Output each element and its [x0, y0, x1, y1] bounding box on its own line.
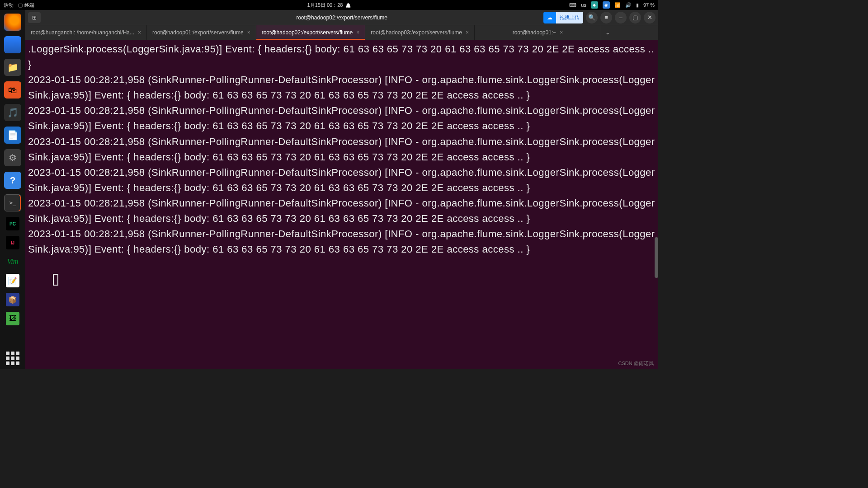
tab-close-icon[interactable]: ×: [356, 29, 359, 36]
wifi-icon[interactable]: [614, 2, 621, 8]
maximize-button[interactable]: ▢: [629, 12, 641, 23]
dock: PC IJ Vim: [0, 10, 25, 369]
software-store-icon[interactable]: [4, 81, 21, 99]
maximize-icon: ▢: [632, 14, 638, 21]
tab-label: root@huanganchi: /home/huanganchi/Ha...: [31, 29, 134, 36]
virtualbox-icon[interactable]: [6, 293, 19, 306]
hamburger-icon: ≡: [604, 14, 608, 21]
chevron-down-icon: ⌄: [605, 29, 610, 36]
terminal-cursor: [53, 274, 58, 286]
activities-button[interactable]: 活动: [4, 2, 14, 9]
minimize-button[interactable]: –: [615, 12, 627, 23]
firefox-icon[interactable]: [4, 14, 21, 31]
search-button[interactable]: 🔍: [586, 12, 598, 23]
terminal-menu-icon: ▢: [18, 2, 23, 8]
tab-label: root@hadoop02:/export/servers/flume: [262, 29, 353, 36]
tab-4[interactable]: root@hadoop01:~×: [475, 25, 601, 40]
thunderbird-icon[interactable]: [4, 36, 21, 53]
tab-close-icon[interactable]: ×: [560, 29, 563, 36]
help-icon[interactable]: [4, 172, 21, 189]
tray-app1-icon[interactable]: ◆: [591, 1, 598, 9]
gedit-icon[interactable]: [6, 274, 19, 287]
tab-label: root@hadoop03:/export/servers/flume: [371, 29, 462, 36]
close-button[interactable]: ✕: [644, 12, 656, 23]
tab-1[interactable]: root@hadoop01:/export/servers/flume×: [147, 25, 256, 40]
window-titlebar: ⊞ root@hadoop02:/export/servers/flume ☁ …: [25, 10, 658, 25]
tab-close-icon[interactable]: ×: [138, 29, 141, 36]
app-menu-label: 终端: [24, 2, 34, 9]
tab-close-icon[interactable]: ×: [247, 29, 250, 36]
window-title: root@hadoop02:/export/servers/flume: [296, 14, 387, 21]
hamburger-menu-button[interactable]: ≡: [600, 12, 612, 23]
settings-icon[interactable]: [4, 149, 21, 166]
show-applications-button[interactable]: [6, 352, 19, 365]
clock[interactable]: 1月15日 00：28: [307, 2, 343, 9]
tab-label: root@hadoop01:/export/servers/flume: [152, 29, 244, 36]
keyboard-icon: [569, 2, 576, 8]
tab-3[interactable]: root@hadoop03:/export/servers/flume×: [365, 25, 475, 40]
input-source-indicator[interactable]: us: [581, 2, 586, 8]
close-icon: ✕: [647, 14, 652, 21]
volume-icon[interactable]: [625, 2, 632, 8]
scrollbar-thumb[interactable]: [655, 237, 658, 278]
tab-0[interactable]: root@huanganchi: /home/huanganchi/Ha...×: [25, 25, 147, 40]
app-menu[interactable]: ▢ 终端: [18, 2, 34, 9]
minimize-icon: –: [619, 14, 622, 21]
terminal-output[interactable]: .LoggerSink.process(LoggerSink.java:95)]…: [25, 40, 658, 369]
battery-percent: 97 %: [643, 2, 655, 8]
tab-close-icon[interactable]: ×: [466, 29, 469, 36]
intellij-icon[interactable]: IJ: [6, 236, 19, 249]
notification-bell-icon[interactable]: [345, 2, 351, 8]
upload-button[interactable]: ☁ 拖拽上传: [543, 12, 583, 23]
terminal-icon[interactable]: [4, 194, 21, 211]
cloud-upload-icon: ☁: [543, 12, 556, 23]
tab-overflow-button[interactable]: ⌄: [601, 25, 614, 40]
files-icon[interactable]: [4, 59, 21, 76]
pycharm-icon[interactable]: PC: [6, 217, 19, 230]
watermark: CSDN @雨诺风: [618, 360, 654, 367]
battery-icon[interactable]: [636, 2, 639, 8]
tab-2[interactable]: root@hadoop02:/export/servers/flume×: [256, 25, 366, 40]
tray-app2-icon[interactable]: ◉: [603, 1, 610, 9]
new-tab-button[interactable]: ⊞: [28, 12, 41, 23]
terminal-window: ⊞ root@hadoop02:/export/servers/flume ☁ …: [25, 10, 658, 369]
image-viewer-icon[interactable]: [6, 312, 19, 325]
vim-icon[interactable]: Vim: [6, 255, 19, 268]
writer-icon[interactable]: [4, 127, 21, 144]
terminal-tabbar: root@huanganchi: /home/huanganchi/Ha...×…: [25, 25, 658, 40]
log-text: .LoggerSink.process(LoggerSink.java:95)]…: [28, 43, 657, 255]
gnome-top-panel: 活动 ▢ 终端 1月15日 00：28 us ◆ ◉ 97 %: [0, 0, 658, 10]
rhythmbox-icon[interactable]: [4, 104, 21, 121]
upload-button-label: 拖拽上传: [556, 12, 583, 23]
search-icon: 🔍: [588, 14, 595, 21]
tab-label: root@hadoop01:~: [513, 29, 557, 36]
